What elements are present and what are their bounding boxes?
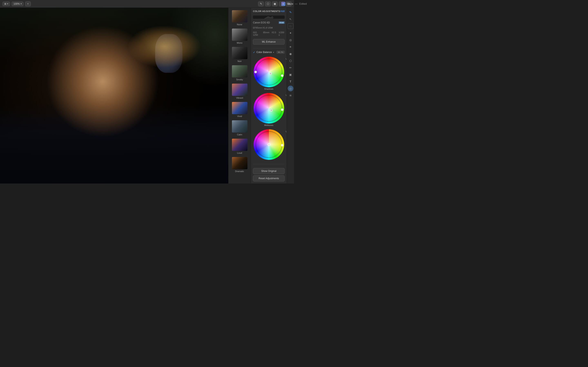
app-name-label: Gaze [287, 2, 293, 5]
titlebar: ⊞ ▾ 100% ▾ + G Gaze — Edited ✎ ⬡ ▣ ↑ ⊞ [0, 0, 294, 8]
preset-smoky-label: Smoky [236, 78, 243, 81]
iso-label: ISO 1250 [253, 31, 261, 36]
preset-loud-thumb [232, 139, 247, 151]
preset-loud[interactable]: Loud [230, 138, 250, 155]
app-icon: G [281, 2, 285, 6]
zoom-selector[interactable]: 100% ▾ [12, 2, 24, 6]
adjustments-panel: COLOR ADJUSTMENTS Add [251, 8, 287, 184]
preset-smoky[interactable]: Smoky [230, 64, 250, 82]
text-tool-btn[interactable]: T [288, 79, 293, 84]
adjustments-header: COLOR ADJUSTMENTS Add [253, 10, 285, 13]
shadows-wheel-color[interactable] [256, 59, 282, 85]
preset-mono-label: Mono [237, 42, 242, 44]
midtones-wheel-color[interactable] [256, 95, 282, 121]
titlebar-center: G Gaze — Edited [281, 2, 294, 6]
bottom-buttons: Show Original Reset Adjustments [253, 166, 285, 182]
compare-icon-btn[interactable]: ▣ [272, 1, 278, 6]
add-btn[interactable]: + [25, 1, 31, 6]
preset-noir[interactable]: Noir [230, 46, 250, 63]
tool-icons-panel: ✎ ↖ ⬚ ✦ ◎ ☀ ◉ ⬡ ✏ ▣ T ◎ ≋ [287, 8, 294, 184]
midtones-right-handle[interactable] [281, 108, 283, 111]
preset-vibrant-label: Vibrant [236, 97, 243, 99]
ml-fix-badge[interactable]: ML Fix [277, 51, 285, 54]
adjustments-title: COLOR ADJUSTMENTS [253, 10, 280, 12]
preset-mono[interactable]: Mono [230, 28, 250, 45]
shadows-wheel-section: + ↺ Shadows [253, 57, 285, 90]
midtones-center-handle[interactable] [270, 109, 273, 111]
preset-dramatic-label: Dramatic [235, 170, 244, 173]
preset-none[interactable]: None [230, 9, 250, 26]
presets-strip: None Mono Noir Smoky Vibrant Vivid [228, 8, 251, 184]
highlights-reset-btn[interactable]: ↺ [285, 130, 287, 133]
color-balance-chevron-icon[interactable]: ▾ [273, 51, 274, 53]
preset-smoky-thumb [232, 65, 247, 77]
filter-tool-btn[interactable]: ✦ [288, 30, 293, 36]
jacket-dark-overlay [0, 104, 228, 184]
brush-icon-btn[interactable]: ✎ [258, 1, 264, 6]
more-tool-btn[interactable]: ≋ [288, 92, 293, 98]
shadows-label: Shadows [264, 88, 273, 90]
plus-icon: + [27, 2, 29, 5]
preset-dramatic[interactable]: Dramatic [230, 156, 250, 173]
exif-row: ISO 1250 85mm f/2.5 1/200 s [253, 31, 285, 36]
color-balance-check-icon: ✓ [253, 51, 255, 54]
shadows-right-handle[interactable] [281, 75, 283, 77]
reset-adjustments-btn[interactable]: Reset Adjustments [253, 175, 285, 182]
titlebar-left: ⊞ ▾ 100% ▾ + [2, 1, 31, 6]
preset-vibrant-thumb [232, 83, 247, 96]
cursor-tool-btn[interactable]: ↖ [288, 16, 293, 22]
shadows-reset-btn[interactable]: ↺ [285, 57, 287, 60]
highlights-wheel-section: ↺ [253, 129, 285, 160]
shutter-label: 1/200 s [279, 31, 285, 36]
midtones-wheel-section: ↺ Midtones [253, 93, 285, 126]
preset-none-label: None [237, 23, 242, 26]
preset-noir-label: Noir [237, 60, 242, 62]
preset-mono-thumb [232, 29, 247, 41]
preset-calm-thumb [232, 120, 247, 133]
selection-tool-btn[interactable]: ⬚ [288, 23, 293, 29]
mask-tool-btn[interactable]: ⬡ [288, 58, 293, 64]
spot-tool-btn[interactable]: ◎ [288, 37, 293, 43]
bg-blur-overlay [160, 8, 228, 96]
preset-loud-label: Loud [237, 152, 242, 154]
preset-calm[interactable]: Calm [230, 119, 250, 137]
highlights-right-handle[interactable] [281, 144, 283, 146]
preset-vivid-label: Vivid [237, 115, 242, 117]
color-balance-label[interactable]: Color Balance [256, 51, 272, 54]
adjustments-add-btn[interactable]: Add [280, 10, 285, 13]
lens-info-label: EF85mm f/1.8 USM [253, 26, 285, 29]
draw-tool-btn[interactable]: ✏ [288, 65, 293, 71]
ml-enhance-btn[interactable]: ML Enhance [253, 39, 285, 45]
photo-area [0, 8, 228, 184]
view-toggle-btn[interactable]: ⊞ ▾ [2, 2, 10, 6]
crop-tool-btn[interactable]: ▣ [288, 72, 293, 77]
midtones-reset-btn[interactable]: ↺ [285, 93, 287, 97]
histogram-svg [253, 16, 285, 19]
preset-dramatic-thumb [232, 157, 247, 169]
main-content: None Mono Noir Smoky Vibrant Vivid [0, 8, 294, 184]
brush-tool-btn[interactable]: ✎ [288, 9, 293, 15]
photo-canvas [0, 8, 228, 184]
shadows-left-handle[interactable] [254, 71, 257, 73]
dodge-tool-btn[interactable]: ◉ [288, 51, 293, 57]
shadows-center-handle[interactable] [269, 72, 272, 75]
preset-vibrant[interactable]: Vibrant [230, 83, 250, 100]
highlights-center-handle[interactable] [268, 143, 270, 146]
preset-vivid[interactable]: Vivid [230, 101, 250, 118]
preset-calm-label: Calm [237, 133, 242, 136]
show-original-btn[interactable]: Show Original [253, 168, 285, 174]
shadows-crosshair-icon: + [266, 68, 268, 73]
crop-icon-btn[interactable]: ⬡ [265, 1, 271, 6]
color-balance-title-row: ✓ Color Balance ▾ [253, 51, 274, 54]
zoom-level-label: 100% [13, 2, 20, 5]
lens-tool-btn[interactable]: ◎ [288, 86, 293, 91]
camera-model-label: Canon EOS 6D [253, 21, 270, 24]
color-balance-header: ✓ Color Balance ▾ ML Fix [253, 51, 285, 54]
preset-none-thumb [232, 10, 247, 22]
watch-highlight [155, 34, 182, 73]
raw-badge: RAW [279, 21, 285, 24]
midtones-label: Midtones [264, 124, 273, 126]
preset-vivid-thumb [232, 102, 247, 114]
exposure-tool-btn[interactable]: ☀ [288, 44, 293, 50]
preset-noir-thumb [232, 47, 247, 59]
